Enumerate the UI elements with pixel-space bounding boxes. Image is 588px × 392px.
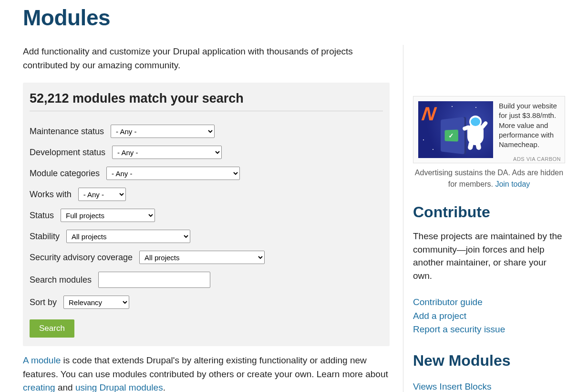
development-status-select[interactable]: - Any - bbox=[112, 146, 222, 159]
a-module-link[interactable]: A module bbox=[23, 355, 61, 365]
join-today-link[interactable]: Join today bbox=[495, 180, 530, 188]
works-with-select[interactable]: - Any - bbox=[78, 188, 126, 201]
server-icon bbox=[441, 117, 464, 154]
module-categories-select[interactable]: - Any - bbox=[106, 167, 240, 180]
contribute-heading: Contribute bbox=[413, 203, 565, 221]
security-coverage-select[interactable]: All projects bbox=[139, 251, 265, 264]
intro-text: Add functionality and customize your Dru… bbox=[23, 45, 390, 72]
new-modules-list: Views Insert Blocks Table Header Scope A… bbox=[413, 378, 565, 392]
status-label: Status bbox=[30, 211, 54, 221]
ad-image: N bbox=[418, 101, 493, 158]
development-status-label: Development status bbox=[30, 148, 105, 158]
page-title: Modules bbox=[23, 5, 565, 31]
contribute-links: Contributor guide Add a project Report a… bbox=[413, 296, 565, 337]
search-modules-label: Search modules bbox=[30, 275, 92, 285]
sort-by-label: Sort by bbox=[30, 297, 57, 307]
sort-by-select[interactable]: Relevancy bbox=[63, 296, 129, 309]
search-panel: 52,212 modules match your search Mainten… bbox=[23, 83, 390, 346]
namecheap-logo-icon: N bbox=[421, 103, 437, 125]
maintenance-status-label: Maintenance status bbox=[30, 127, 104, 137]
ad-text: Build your website for just $3.88/mth. M… bbox=[499, 101, 560, 158]
contributor-guide-link[interactable]: Contributor guide bbox=[413, 296, 565, 309]
ad-badge[interactable]: ADS VIA CARBON bbox=[509, 155, 565, 163]
stability-select[interactable]: All projects bbox=[66, 230, 190, 243]
contribute-text: These projects are maintained by the com… bbox=[413, 230, 565, 282]
ad-card[interactable]: N Build your website for just $3.88/mth.… bbox=[413, 96, 565, 163]
search-button[interactable]: Search bbox=[30, 319, 74, 338]
module-description: A module is code that extends Drupal's b… bbox=[23, 354, 390, 392]
maintenance-status-select[interactable]: - Any - bbox=[111, 125, 215, 138]
report-security-link[interactable]: Report a security issue bbox=[413, 323, 565, 337]
using-modules-link[interactable]: using Drupal modules bbox=[75, 382, 163, 392]
main-column: Add functionality and customize your Dru… bbox=[23, 45, 390, 392]
astronaut-icon bbox=[462, 115, 490, 151]
search-results-heading: 52,212 modules match your search bbox=[30, 91, 383, 111]
sidebar: N Build your website for just $3.88/mth.… bbox=[403, 45, 565, 392]
add-project-link[interactable]: Add a project bbox=[413, 309, 565, 323]
new-module-link[interactable]: Views Insert Blocks bbox=[413, 378, 565, 392]
status-select[interactable]: Full projects bbox=[61, 209, 155, 222]
search-modules-input[interactable] bbox=[98, 272, 210, 288]
security-coverage-label: Security advisory coverage bbox=[30, 253, 133, 263]
works-with-label: Works with bbox=[30, 190, 72, 200]
new-modules-heading: New Modules bbox=[413, 352, 565, 370]
module-categories-label: Module categories bbox=[30, 169, 100, 179]
creating-link[interactable]: creating bbox=[23, 382, 55, 392]
ad-caption: Advertising sustains the DA. Ads are hid… bbox=[413, 167, 565, 190]
stability-label: Stability bbox=[30, 232, 60, 242]
